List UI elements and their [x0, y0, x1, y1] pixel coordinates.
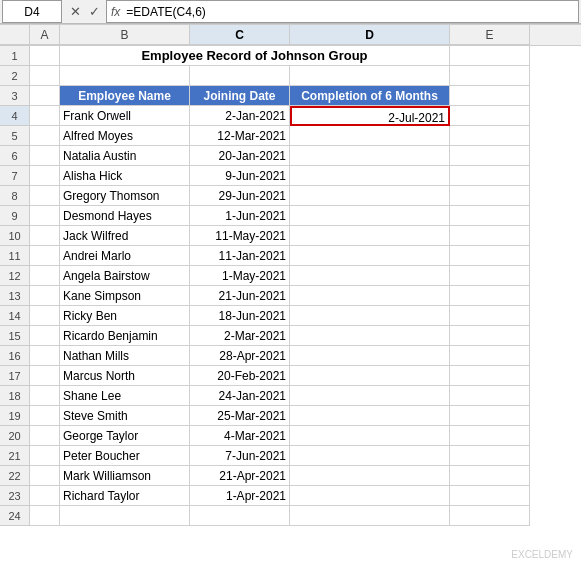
cell-e19[interactable] — [450, 406, 530, 426]
cell-e23[interactable] — [450, 486, 530, 506]
cell-e6[interactable] — [450, 146, 530, 166]
cell-a18[interactable] — [30, 386, 60, 406]
cell-c5[interactable]: 12-Mar-2021 — [190, 126, 290, 146]
cell-a8[interactable] — [30, 186, 60, 206]
cell-d18[interactable] — [290, 386, 450, 406]
cell-a20[interactable] — [30, 426, 60, 446]
cell-e20[interactable] — [450, 426, 530, 446]
cell-a16[interactable] — [30, 346, 60, 366]
cell-d12[interactable] — [290, 266, 450, 286]
cell-b19[interactable]: Steve Smith — [60, 406, 190, 426]
cell-b5[interactable]: Alfred Moyes — [60, 126, 190, 146]
confirm-icon[interactable]: ✓ — [87, 4, 102, 19]
cell-b7[interactable]: Alisha Hick — [60, 166, 190, 186]
cell-d6[interactable] — [290, 146, 450, 166]
cell-b24[interactable] — [60, 506, 190, 526]
cell-c8[interactable]: 29-Jun-2021 — [190, 186, 290, 206]
cell-d23[interactable] — [290, 486, 450, 506]
cell-b23[interactable]: Richard Taylor — [60, 486, 190, 506]
cell-e2[interactable] — [450, 66, 530, 86]
cell-e18[interactable] — [450, 386, 530, 406]
cell-a6[interactable] — [30, 146, 60, 166]
cell-a2[interactable] — [30, 66, 60, 86]
cell-c15[interactable]: 2-Mar-2021 — [190, 326, 290, 346]
cell-c20[interactable]: 4-Mar-2021 — [190, 426, 290, 446]
cell-a17[interactable] — [30, 366, 60, 386]
cell-d24[interactable] — [290, 506, 450, 526]
cell-e15[interactable] — [450, 326, 530, 346]
cell-c10[interactable]: 11-May-2021 — [190, 226, 290, 246]
cell-e5[interactable] — [450, 126, 530, 146]
cell-e7[interactable] — [450, 166, 530, 186]
cell-a4[interactable] — [30, 106, 60, 126]
cell-d13[interactable] — [290, 286, 450, 306]
cell-a13[interactable] — [30, 286, 60, 306]
cell-c21[interactable]: 7-Jun-2021 — [190, 446, 290, 466]
cell-d17[interactable] — [290, 366, 450, 386]
cell-a21[interactable] — [30, 446, 60, 466]
cell-d22[interactable] — [290, 466, 450, 486]
cell-b4[interactable]: Frank Orwell — [60, 106, 190, 126]
cell-b10[interactable]: Jack Wilfred — [60, 226, 190, 246]
cell-reference[interactable]: D4 — [2, 0, 62, 23]
cell-a1[interactable] — [30, 46, 60, 66]
cell-e16[interactable] — [450, 346, 530, 366]
cell-e11[interactable] — [450, 246, 530, 266]
cell-e12[interactable] — [450, 266, 530, 286]
cell-d11[interactable] — [290, 246, 450, 266]
cell-b14[interactable]: Ricky Ben — [60, 306, 190, 326]
cancel-icon[interactable]: ✕ — [68, 4, 83, 19]
cell-e21[interactable] — [450, 446, 530, 466]
cell-d7[interactable] — [290, 166, 450, 186]
cell-b22[interactable]: Mark Williamson — [60, 466, 190, 486]
cell-d4[interactable]: 2-Jul-2021 — [290, 106, 450, 126]
cell-a12[interactable] — [30, 266, 60, 286]
cell-d16[interactable] — [290, 346, 450, 366]
cell-c16[interactable]: 28-Apr-2021 — [190, 346, 290, 366]
cell-c2[interactable] — [190, 66, 290, 86]
cell-b16[interactable]: Nathan Mills — [60, 346, 190, 366]
cell-d15[interactable] — [290, 326, 450, 346]
cell-b6[interactable]: Natalia Austin — [60, 146, 190, 166]
cell-c14[interactable]: 18-Jun-2021 — [190, 306, 290, 326]
cell-e14[interactable] — [450, 306, 530, 326]
cell-b8[interactable]: Gregory Thomson — [60, 186, 190, 206]
cell-a14[interactable] — [30, 306, 60, 326]
cell-a5[interactable] — [30, 126, 60, 146]
cell-d19[interactable] — [290, 406, 450, 426]
cell-a7[interactable] — [30, 166, 60, 186]
cell-e22[interactable] — [450, 466, 530, 486]
cell-d10[interactable] — [290, 226, 450, 246]
cell-b3[interactable]: Employee Name — [60, 86, 190, 106]
cell-c12[interactable]: 1-May-2021 — [190, 266, 290, 286]
cell-d8[interactable] — [290, 186, 450, 206]
cell-b1[interactable]: Employee Record of Johnson Group — [60, 46, 450, 66]
cell-a10[interactable] — [30, 226, 60, 246]
cell-d5[interactable] — [290, 126, 450, 146]
cell-e1[interactable] — [450, 46, 530, 66]
cell-d2[interactable] — [290, 66, 450, 86]
cell-a23[interactable] — [30, 486, 60, 506]
cell-e4[interactable] — [450, 106, 530, 126]
cell-b2[interactable] — [60, 66, 190, 86]
cell-c4[interactable]: 2-Jan-2021 — [190, 106, 290, 126]
cell-a9[interactable] — [30, 206, 60, 226]
cell-e13[interactable] — [450, 286, 530, 306]
cell-e10[interactable] — [450, 226, 530, 246]
cell-e24[interactable] — [450, 506, 530, 526]
cell-a3[interactable] — [30, 86, 60, 106]
cell-c18[interactable]: 24-Jan-2021 — [190, 386, 290, 406]
cell-b9[interactable]: Desmond Hayes — [60, 206, 190, 226]
cell-b18[interactable]: Shane Lee — [60, 386, 190, 406]
cell-c7[interactable]: 9-Jun-2021 — [190, 166, 290, 186]
cell-a22[interactable] — [30, 466, 60, 486]
cell-c11[interactable]: 11-Jan-2021 — [190, 246, 290, 266]
cell-a24[interactable] — [30, 506, 60, 526]
cell-c17[interactable]: 20-Feb-2021 — [190, 366, 290, 386]
cell-b15[interactable]: Ricardo Benjamin — [60, 326, 190, 346]
cell-e17[interactable] — [450, 366, 530, 386]
cell-c13[interactable]: 21-Jun-2021 — [190, 286, 290, 306]
cell-e8[interactable] — [450, 186, 530, 206]
formula-input[interactable]: fx =EDATE(C4,6) — [106, 0, 579, 23]
cell-c24[interactable] — [190, 506, 290, 526]
